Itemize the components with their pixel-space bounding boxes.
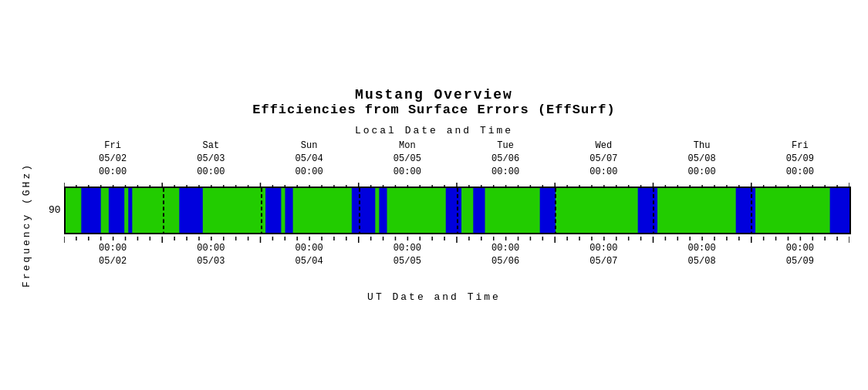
top-day-label-3: Mon05/0500:00 (358, 140, 456, 178)
svg-rect-66 (81, 188, 100, 233)
top-day-label-1: Sat05/0300:00 (162, 140, 260, 178)
svg-rect-69 (179, 188, 202, 233)
plot-area (64, 187, 851, 234)
chart-inner: Fri05/0200:00Sat05/0300:00Sun05/0400:00M… (35, 140, 851, 287)
plot-area-wrapper: 90 (35, 187, 851, 234)
svg-rect-71 (285, 188, 292, 233)
svg-rect-68 (128, 188, 132, 233)
top-day-label-5: Wed05/0700:00 (555, 140, 653, 178)
bottom-day-label-5: 00:0005/07 (555, 242, 653, 268)
chart-area: Frequency (GHz) Fri05/0200:00Sat05/0300:… (18, 140, 851, 287)
bottom-day-label-4: 00:0005/06 (457, 242, 555, 268)
svg-rect-78 (735, 188, 751, 233)
svg-rect-70 (265, 188, 281, 233)
svg-rect-77 (637, 188, 657, 233)
y-axis-label: Frequency (GHz) (18, 140, 35, 287)
bottom-day-label-1: 00:0005/03 (162, 242, 260, 268)
top-day-label-7: Fri05/0900:00 (751, 140, 849, 178)
svg-rect-67 (108, 188, 123, 233)
svg-rect-74 (445, 188, 461, 233)
bottom-day-label-7: 00:0005/09 (751, 242, 849, 268)
svg-rect-73 (379, 188, 387, 233)
title-block: Mustang Overview Efficiencies from Surfa… (252, 87, 615, 117)
bottom-day-label-0: 00:0005/02 (64, 242, 162, 268)
x-axis-bottom-label: UT Date and Time (367, 291, 501, 303)
title-line2: Efficiencies from Surface Errors (EffSur… (252, 103, 615, 117)
title-line1: Mustang Overview (252, 87, 615, 103)
svg-rect-76 (539, 188, 555, 233)
chart-container: Mustang Overview Efficiencies from Surfa… (18, 87, 851, 302)
bottom-labels: 00:0005/0200:0005/0300:0005/0400:0005/05… (64, 242, 849, 268)
svg-rect-72 (351, 188, 374, 233)
top-day-label-4: Tue05/0600:00 (457, 140, 555, 178)
bottom-day-label-6: 00:0005/08 (653, 242, 751, 268)
bottom-ticks (64, 234, 849, 242)
y-tick-label: 90 (35, 204, 64, 216)
top-day-label-6: Thu05/0800:00 (653, 140, 751, 178)
svg-rect-75 (473, 188, 485, 233)
svg-rect-80 (829, 188, 849, 233)
bottom-day-label-2: 00:0005/04 (260, 242, 358, 268)
top-ticks (64, 179, 849, 187)
bottom-ticks-svg (64, 237, 849, 244)
plot-svg (66, 188, 849, 233)
x-axis-top-label: Local Date and Time (355, 125, 513, 136)
top-day-label-2: Sun05/0400:00 (260, 140, 358, 178)
top-labels: Fri05/0200:00Sat05/0300:00Sun05/0400:00M… (64, 140, 849, 178)
bottom-day-label-3: 00:0005/05 (358, 242, 456, 268)
top-day-label-0: Fri05/0200:00 (64, 140, 162, 178)
